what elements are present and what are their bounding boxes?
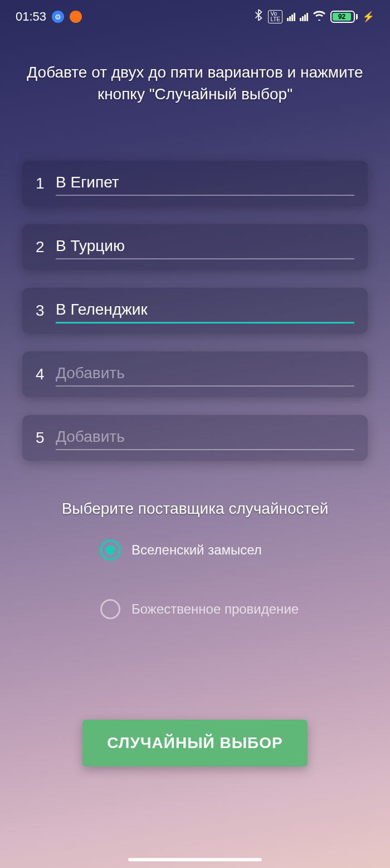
status-left: 01:53 ⚙ <box>16 9 82 24</box>
wifi-icon <box>313 9 326 24</box>
option-row-1: 1 <box>22 161 368 206</box>
option-number: 3 <box>36 302 56 320</box>
option-input-wrap <box>56 362 354 387</box>
home-indicator[interactable] <box>128 858 262 861</box>
radio-icon <box>100 540 120 560</box>
option-input-1[interactable] <box>56 171 354 196</box>
battery-percent: 92 <box>333 13 351 21</box>
option-row-3: 3 <box>22 288 368 334</box>
option-row-4: 4 <box>22 351 368 397</box>
status-time: 01:53 <box>16 9 46 24</box>
random-choice-button[interactable]: СЛУЧАЙНЫЙ ВЫБОР <box>82 720 307 766</box>
charging-icon: ⚡ <box>362 11 374 23</box>
option-row-2: 2 <box>22 224 368 270</box>
option-input-3[interactable] <box>56 298 354 324</box>
provider-radio-group: Вселенский замысел Божественное провиден… <box>22 540 368 619</box>
battery-icon: 92 <box>330 11 358 23</box>
bluetooth-icon <box>254 9 264 25</box>
radio-icon <box>100 599 120 619</box>
main-content: Добавте от двух до пяти вариантов и нажм… <box>0 33 390 868</box>
option-input-wrap <box>56 298 354 324</box>
signal-icon-1 <box>287 13 295 21</box>
provider-label: Вселенский замысел <box>131 542 262 558</box>
provider-option-2[interactable]: Божественное провидение <box>100 599 368 619</box>
options-list: 1 2 3 4 5 <box>22 161 368 461</box>
option-input-5[interactable] <box>56 426 354 450</box>
option-number: 4 <box>36 365 56 383</box>
provider-option-1[interactable]: Вселенский замысел <box>100 540 368 560</box>
volte-icon: VoLTE <box>268 10 282 23</box>
option-input-wrap <box>56 171 354 196</box>
status-bar: 01:53 ⚙ VoLTE 92 ⚡ <box>0 0 390 33</box>
instruction-text: Добавте от двух до пяти вариантов и нажм… <box>22 61 368 105</box>
app-status-icon <box>70 11 82 23</box>
option-number: 5 <box>36 429 56 447</box>
provider-title: Выберите поставщика случайностей <box>22 500 368 518</box>
provider-label: Божественное провидение <box>131 601 299 617</box>
option-number: 1 <box>36 175 56 192</box>
option-input-2[interactable] <box>56 235 354 259</box>
settings-status-icon: ⚙ <box>52 11 64 23</box>
option-number: 2 <box>36 238 56 256</box>
option-input-wrap <box>56 235 354 259</box>
option-input-wrap <box>56 426 354 450</box>
status-right: VoLTE 92 ⚡ <box>254 9 374 25</box>
option-input-4[interactable] <box>56 362 354 387</box>
signal-icon-2 <box>300 13 308 21</box>
option-row-5: 5 <box>22 415 368 461</box>
